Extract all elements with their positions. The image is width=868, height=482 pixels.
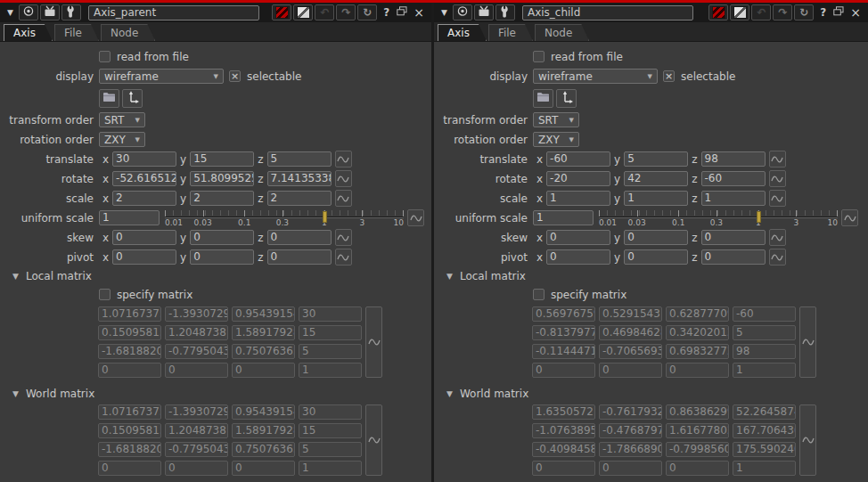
skew-z-field[interactable]: 0 bbox=[267, 230, 332, 245]
tab-file[interactable]: File bbox=[54, 24, 99, 41]
skew-animation-curve-button[interactable] bbox=[335, 229, 352, 246]
local-matrix-cell[interactable]: 0.56976759 bbox=[532, 306, 595, 322]
local-matrix-cell[interactable]: -1.39307296 bbox=[165, 306, 228, 322]
scale-z-field[interactable]: 2 bbox=[267, 191, 332, 206]
translate-y-field[interactable]: 5 bbox=[624, 151, 688, 167]
transform-order-dropdown[interactable]: SRT ▼ bbox=[99, 112, 145, 127]
close-panel-button[interactable]: × bbox=[410, 5, 428, 20]
pivot-x-field[interactable]: 0 bbox=[112, 249, 176, 265]
world-matrix-animation-curve-button[interactable] bbox=[365, 404, 382, 476]
read-from-file-checkbox[interactable] bbox=[99, 51, 111, 62]
selectable-checkbox[interactable]: × bbox=[229, 70, 241, 82]
pivot-animation-curve-button[interactable] bbox=[335, 249, 352, 266]
center-node-button[interactable] bbox=[19, 4, 38, 20]
local-matrix-cell[interactable]: 1.2048738 bbox=[165, 325, 228, 340]
pivot-x-field[interactable]: 0 bbox=[546, 249, 610, 265]
skew-y-field[interactable]: 0 bbox=[190, 230, 254, 245]
local-matrix-animation-curve-button[interactable] bbox=[799, 306, 816, 378]
scale-animation-curve-button[interactable] bbox=[769, 190, 786, 207]
local-matrix-cell[interactable]: 5 bbox=[733, 325, 796, 340]
local-matrix-cell[interactable]: 1 bbox=[733, 363, 796, 378]
panel-menu-icon[interactable]: ▼ bbox=[4, 8, 17, 17]
translate-z-field[interactable]: 98 bbox=[701, 151, 766, 167]
local-matrix-cell[interactable]: 0.95439154 bbox=[232, 306, 295, 322]
rotate-z-field[interactable]: 7.14135338 bbox=[267, 171, 332, 186]
node-name-field[interactable]: Axis_parent bbox=[88, 5, 259, 20]
redo-button[interactable]: ↷ bbox=[773, 4, 792, 20]
skew-animation-curve-button[interactable] bbox=[769, 229, 786, 246]
tab-file[interactable]: File bbox=[488, 24, 533, 41]
local-matrix-cell[interactable]: 0 bbox=[232, 363, 295, 378]
uniform-scale-slider[interactable]: 0.01 0.03 0.1 0.3 1 3 10 bbox=[599, 208, 838, 228]
local-matrix-cell[interactable]: 5 bbox=[299, 344, 362, 359]
redo-button[interactable]: ↷ bbox=[336, 4, 356, 20]
translate-y-field[interactable]: 15 bbox=[190, 151, 254, 167]
uniform-scale-field[interactable]: 1 bbox=[99, 210, 160, 225]
rotate-animation-curve-button[interactable] bbox=[769, 170, 786, 187]
display-dropdown[interactable]: wireframe ▼ bbox=[533, 69, 658, 84]
pivot-y-field[interactable]: 0 bbox=[190, 249, 254, 265]
local-matrix-animation-curve-button[interactable] bbox=[365, 306, 382, 378]
selectable-checkbox[interactable]: × bbox=[663, 70, 675, 82]
tab-axis[interactable]: Axis bbox=[438, 24, 487, 41]
local-matrix-cell[interactable]: 0 bbox=[599, 363, 662, 378]
scale-x-field[interactable]: 2 bbox=[112, 191, 176, 206]
float-panel-button[interactable] bbox=[831, 6, 847, 19]
read-from-file-checkbox[interactable] bbox=[533, 51, 545, 62]
undo-button[interactable]: ↶ bbox=[751, 4, 771, 20]
local-matrix-cell[interactable]: 0 bbox=[98, 363, 161, 378]
rotate-z-field[interactable]: -60 bbox=[701, 171, 766, 186]
local-matrix-cell[interactable]: 0.62877709 bbox=[666, 306, 729, 322]
translate-animation-curve-button[interactable] bbox=[769, 151, 786, 167]
scale-y-field[interactable]: 1 bbox=[624, 191, 688, 206]
undo-button[interactable]: ↶ bbox=[315, 4, 334, 20]
slider-handle[interactable] bbox=[757, 211, 761, 223]
rotation-order-dropdown[interactable]: ZXY ▼ bbox=[99, 132, 145, 147]
pivot-animation-curve-button[interactable] bbox=[769, 249, 786, 266]
world-matrix-animation-curve-button[interactable] bbox=[799, 404, 816, 476]
local-matrix-cell[interactable]: -0.7795043 bbox=[165, 344, 228, 359]
skew-x-field[interactable]: 0 bbox=[112, 230, 176, 245]
specify-matrix-checkbox[interactable] bbox=[99, 289, 111, 300]
wrench-button[interactable] bbox=[61, 4, 81, 20]
postage-stamp-button[interactable] bbox=[40, 4, 60, 20]
slider-handle[interactable] bbox=[323, 211, 327, 223]
tab-node[interactable]: Node bbox=[101, 24, 155, 41]
display-dropdown[interactable]: wireframe ▼ bbox=[99, 69, 224, 84]
local-matrix-cell[interactable]: -0.70656937 bbox=[599, 344, 662, 359]
snap-axis-button[interactable] bbox=[556, 89, 577, 108]
translate-z-field[interactable]: 5 bbox=[267, 151, 332, 167]
uniform-scale-slider[interactable]: 0.01 0.03 0.1 0.3 1 3 10 bbox=[165, 208, 404, 228]
local-matrix-cell[interactable]: 0.75076365 bbox=[232, 344, 295, 359]
local-matrix-cell[interactable]: 0 bbox=[532, 363, 595, 378]
panel-menu-icon[interactable]: ▼ bbox=[438, 8, 451, 17]
rotate-y-field[interactable]: 42 bbox=[624, 171, 688, 186]
rotation-order-dropdown[interactable]: ZXY ▼ bbox=[533, 132, 579, 147]
snap-axis-button[interactable] bbox=[122, 89, 143, 108]
local-matrix-cell[interactable]: -1.68188202 bbox=[98, 344, 161, 359]
local-matrix-cell[interactable]: 0.5291543 bbox=[599, 306, 662, 322]
gl-color-swatch-button[interactable] bbox=[293, 4, 313, 20]
world-matrix-group-header[interactable]: ▼ World matrix bbox=[12, 387, 431, 401]
pivot-y-field[interactable]: 0 bbox=[624, 249, 688, 265]
uniform-scale-animation-curve-button[interactable] bbox=[841, 209, 858, 226]
local-matrix-group-header[interactable]: ▼ Local matrix bbox=[12, 269, 431, 283]
local-matrix-cell[interactable]: -0.11444718 bbox=[532, 344, 595, 359]
help-button[interactable]: ? bbox=[815, 6, 831, 19]
float-panel-button[interactable] bbox=[394, 6, 410, 19]
translate-x-field[interactable]: 30 bbox=[112, 151, 176, 167]
node-name-field[interactable]: Axis_child bbox=[522, 5, 693, 20]
pivot-z-field[interactable]: 0 bbox=[267, 249, 332, 265]
node-color-swatch-button[interactable] bbox=[272, 4, 291, 20]
tab-node[interactable]: Node bbox=[535, 24, 589, 41]
local-matrix-cell[interactable]: 1.07167375 bbox=[98, 306, 161, 322]
import-file-button[interactable] bbox=[533, 89, 553, 108]
postage-stamp-button[interactable] bbox=[474, 4, 494, 20]
close-panel-button[interactable]: × bbox=[847, 5, 864, 20]
local-matrix-cell[interactable]: 98 bbox=[733, 344, 796, 359]
skew-y-field[interactable]: 0 bbox=[624, 230, 688, 245]
local-matrix-cell[interactable]: 1 bbox=[299, 363, 362, 378]
local-matrix-cell[interactable]: 0.69832772 bbox=[666, 344, 729, 359]
scale-x-field[interactable]: 1 bbox=[546, 191, 610, 206]
node-color-swatch-button[interactable] bbox=[708, 4, 728, 20]
